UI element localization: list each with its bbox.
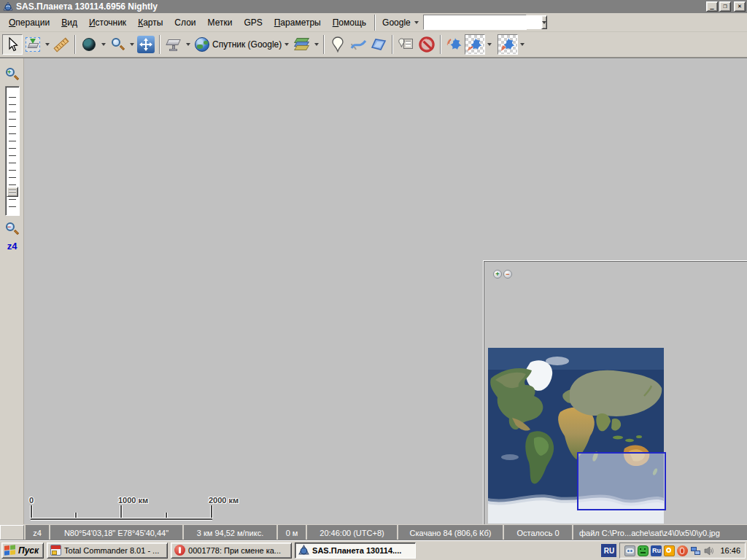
chevron-down-icon — [414, 21, 419, 24]
zoom-out-button[interactable]: − — [4, 222, 19, 236]
toolbar-separator — [74, 35, 76, 54]
menu-maps[interactable]: Карты — [132, 15, 169, 30]
menu-source[interactable]: Источник — [83, 15, 132, 30]
network-tray-icon[interactable] — [690, 545, 701, 556]
status-coordinates: N80°54'03,18" E78°45'40,44" — [50, 525, 182, 540]
status-elevation: 0 м — [278, 525, 306, 540]
measure-distance-button[interactable] — [51, 34, 71, 55]
chevron-down-icon — [314, 43, 319, 46]
client-area: + − z4 0 1000 км 2000 км — [0, 58, 747, 524]
view-mode-button[interactable] — [163, 34, 184, 55]
add-polygon-button[interactable] — [368, 34, 389, 55]
map-view[interactable]: 0 1000 км 2000 км + − — [24, 58, 747, 524]
minimize-button[interactable]: _ — [706, 1, 718, 12]
scale-tick — [211, 505, 212, 518]
map-type-selector[interactable]: Спутник (Google) — [192, 34, 292, 55]
gps-follow-button[interactable] — [498, 34, 518, 55]
add-path-button[interactable] — [348, 34, 368, 55]
zoom-tool-dropdown[interactable] — [128, 34, 136, 55]
magnifier-icon — [110, 37, 125, 52]
minimap-panel: + − — [484, 261, 747, 524]
search-dropdown-button[interactable] — [541, 15, 547, 29]
chevron-down-icon — [487, 43, 492, 46]
menu-settings[interactable]: Параметры — [268, 15, 327, 30]
updater-tray-icon[interactable] — [638, 545, 649, 556]
minimap-zoom-in-button[interactable]: + — [493, 270, 502, 279]
volume-tray-icon[interactable] — [703, 545, 714, 556]
status-tile-file-path: файл C:\Pro...ache\sat\z4\0\x5\0\y0.jpg — [573, 525, 747, 540]
chevron-down-icon — [186, 43, 190, 46]
title-bar: SAS.Планета 130114.6956 Nightly _ ❐ ✕ — [0, 0, 747, 13]
restore-button[interactable]: ❐ — [719, 1, 731, 12]
gps-marker-button[interactable] — [444, 34, 465, 55]
pan-tool-button[interactable] — [2, 34, 23, 55]
teamviewer-tray-icon[interactable] — [624, 545, 635, 556]
status-zoom: z4 — [26, 525, 49, 540]
search-input[interactable] — [424, 15, 541, 29]
window-title: SAS.Планета 130114.6956 Nightly — [16, 1, 706, 12]
start-button[interactable]: Пуск — [1, 542, 44, 559]
hide-placemarks-button[interactable] — [417, 34, 437, 55]
chevron-down-icon — [520, 43, 525, 46]
language-indicator[interactable]: RU — [601, 544, 616, 557]
zoom-tool-button[interactable] — [107, 34, 128, 55]
orange-app-tray-icon[interactable] — [664, 545, 675, 556]
taskbar-task-sas-planet[interactable]: SAS.Планета 130114.... — [295, 542, 416, 559]
punto-switcher-tray-icon[interactable]: Ru — [651, 545, 662, 556]
menu-gps[interactable]: GPS — [238, 15, 268, 30]
windows-taskbar: Пуск Total Commander 8.01 - ... 0001778:… — [0, 540, 747, 559]
menu-view[interactable]: Вид — [55, 15, 83, 30]
placemark-list-icon — [398, 37, 414, 52]
layers-dropdown[interactable] — [312, 34, 320, 55]
view-mode-dropdown[interactable] — [184, 34, 192, 55]
minus-glyph: − — [7, 223, 11, 230]
scale-tick — [75, 513, 77, 518]
scale-baseline — [31, 518, 212, 520]
fullscreen-button[interactable] — [136, 34, 156, 55]
night-mode-dropdown[interactable] — [99, 34, 107, 55]
zoom-in-button[interactable]: + — [4, 67, 19, 82]
menu-help[interactable]: Помощь — [327, 15, 372, 30]
tray-clock[interactable]: 16:46 — [716, 546, 740, 555]
gps-splat-icon — [467, 37, 483, 52]
taskbar-task-bugtracker[interactable]: 0001778: При смене ка... — [171, 542, 292, 559]
menu-placemarks[interactable]: Метки — [202, 15, 239, 30]
toolbar-separator — [392, 35, 393, 54]
close-button[interactable]: ✕ — [734, 1, 746, 12]
map-type-label: Спутник (Google) — [212, 39, 282, 50]
gps-splat-icon — [446, 37, 462, 52]
gps-track-button[interactable] — [465, 34, 485, 55]
globe-icon — [195, 37, 209, 52]
night-mode-button[interactable] — [79, 34, 99, 55]
selection-tool-button[interactable] — [23, 34, 43, 55]
sas-planet-icon — [298, 545, 309, 556]
search-provider-button[interactable]: Google — [378, 15, 423, 30]
zoom-slider[interactable] — [5, 86, 20, 216]
dark-globe-icon — [82, 38, 96, 51]
menu-operations[interactable]: Операции — [3, 15, 55, 30]
gps-follow-dropdown[interactable] — [518, 34, 526, 55]
menu-layers[interactable]: Слои — [169, 15, 201, 30]
scale-tick — [120, 505, 122, 518]
minimap-viewport-rectangle[interactable] — [577, 452, 666, 510]
taskbar-task-total-commander[interactable]: Total Commander 8.01 - ... — [47, 542, 168, 559]
cursor-icon — [6, 37, 19, 52]
selection-tool-dropdown[interactable] — [43, 34, 51, 55]
chevron-down-icon — [130, 43, 134, 46]
placemark-manager-button[interactable] — [396, 34, 417, 55]
task-label: Total Commander 8.01 - ... — [64, 546, 159, 555]
status-time: 20:46:00 (UTC+8) — [307, 525, 397, 540]
layers-button[interactable] — [292, 34, 312, 55]
polygon-icon — [370, 37, 387, 52]
system-tray: RU Ru — [601, 542, 746, 559]
scale-tick — [166, 513, 167, 518]
add-placemark-button[interactable] — [328, 34, 348, 55]
minimap-world-map[interactable] — [488, 348, 664, 524]
opera-tray-icon[interactable] — [677, 545, 688, 556]
minimap-zoom-out-button[interactable]: − — [503, 270, 512, 279]
gps-track-dropdown[interactable] — [485, 34, 493, 55]
application-window: SAS.Планета 130114.6956 Nightly _ ❐ ✕ Оп… — [0, 0, 747, 560]
task-label: SAS.Планета 130114.... — [312, 546, 401, 555]
zoom-slider-thumb[interactable] — [7, 187, 18, 197]
status-bar: z4 N80°54'03,18" E78°45'40,44" 3 км 94,5… — [0, 524, 747, 540]
